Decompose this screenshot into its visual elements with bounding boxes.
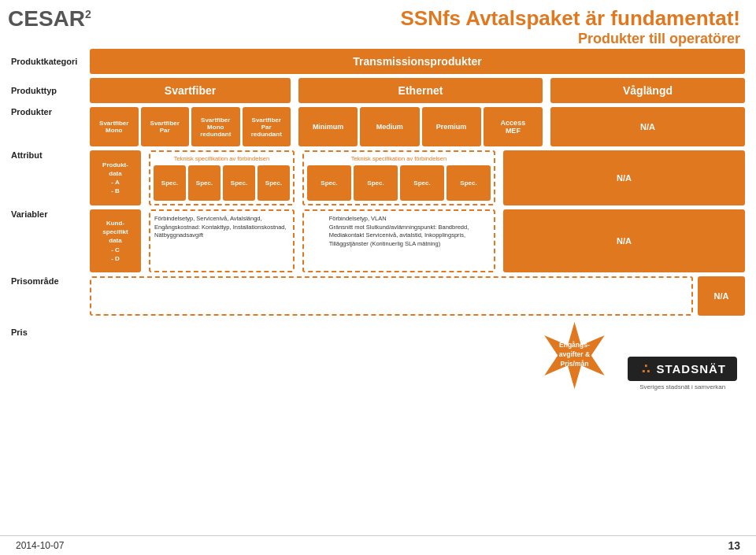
ethernet-variabler-dashed: Förbindelsetyp, VLAN Gränsnitt mot Slutk… <box>302 209 495 272</box>
svartfiber-spec-row: Spec. Spec. Spec. Spec. <box>154 165 290 201</box>
ethernet-block: Ethernet <box>298 78 543 103</box>
svartfiber-attr-label: Teknisk specifikation av förbindelsen <box>154 155 290 162</box>
stadsnat-logo: ⛬ STADSNÄT <box>628 357 737 381</box>
produktkategori-value: Transmissionsprodukter <box>90 49 745 74</box>
svartfiber-variabler-text: Förbindelsetyp, Servicenivå, Avtalslängd… <box>154 215 289 240</box>
ethernet-attribut-dashed: Teknisk specifikation av förbindelsen Sp… <box>302 150 495 205</box>
variabler-value: Kund- specifikt data - C - D Förbindelse… <box>90 209 745 272</box>
logo-sup: 2 <box>85 8 91 20</box>
attribut-value: Produkt- data - A - B Teknisk specifikat… <box>90 150 745 205</box>
eth-spec4: Spec. <box>447 165 491 201</box>
pris-value: Engångs- avgifter & Pris/mån ⛬ STADSNÄT … <box>90 320 745 390</box>
eth-spec2: Spec. <box>354 165 398 201</box>
eth-minimum: Minimum <box>298 107 358 146</box>
prisomrade-na: N/A <box>698 276 745 316</box>
stadsnat-icon: ⛬ <box>639 361 653 377</box>
vaglangd-block: Våglängd <box>550 78 745 103</box>
stadsnat-container: ⛬ STADSNÄT Sveriges stadsnät i samverkan <box>628 357 737 390</box>
eth-spec3: Spec. <box>400 165 444 201</box>
starburst-container: Engångs- avgifter & Pris/mån <box>539 320 610 390</box>
produktkategori-row: Produktkategori Transmissionsprodukter <box>11 49 745 74</box>
produkter-na: N/A <box>550 107 745 146</box>
header-right: SSNfs Avtalspaket är fundamentat! Produk… <box>400 6 740 47</box>
produkt-data-box: Produkt- data - A - B <box>90 150 141 205</box>
variabler-label: Variabler <box>11 209 90 272</box>
produkter-row: Produkter SvartfiberMono SvartfiberPar S… <box>11 107 745 146</box>
produkttyp-value: Svartfiber Ethernet Våglängd <box>90 78 745 103</box>
spec2: Spec. <box>188 165 220 201</box>
attribut-row: Attribut Produkt- data - A - B Teknisk s… <box>11 150 745 205</box>
eth-spec1: Spec. <box>307 165 351 201</box>
svartfiber-variabler-dashed: Förbindelsetyp, Servicenivå, Avtalslängd… <box>149 209 295 272</box>
svartfiber-mono-red: SvartfiberMonoredundant <box>191 107 240 146</box>
svartfiber-attribut-dashed: Teknisk specifikation av förbindelsen Sp… <box>149 150 295 205</box>
prisomrade-dashed <box>90 276 693 316</box>
logo: CESAR2 <box>8 6 91 31</box>
page-header: CESAR2 SSNfs Avtalspaket är fundamentat!… <box>0 0 756 47</box>
stadsnat-tagline: Sveriges stadsnät i samverkan <box>639 383 725 390</box>
svartfiber-mono: SvartfiberMono <box>90 107 139 146</box>
attribut-na: N/A <box>503 150 745 205</box>
footer-page: 13 <box>728 539 740 552</box>
spec3: Spec. <box>223 165 255 201</box>
prisomrade-row: Prisområde N/A <box>11 276 745 316</box>
sub-title: Produkter till operatörer <box>400 31 740 47</box>
prisomrade-value: N/A <box>90 276 745 316</box>
variabler-na: N/A <box>503 209 745 272</box>
svartfiber-products: SvartfiberMono SvartfiberPar SvartfiberM… <box>90 107 291 146</box>
footer: 2014-10-07 13 <box>0 535 756 555</box>
ethernet-spec-row: Spec. Spec. Spec. Spec. <box>307 165 491 201</box>
eth-access-mef: AccessMEF <box>484 107 543 146</box>
variabler-row: Variabler Kund- specifikt data - C - D F… <box>11 209 745 272</box>
main-content: Produktkategori Transmissionsprodukter P… <box>0 49 756 390</box>
attribut-label: Attribut <box>11 150 90 205</box>
footer-date: 2014-10-07 <box>16 540 64 551</box>
ethernet-products: Minimum Medium Premium AccessMEF <box>298 107 543 146</box>
main-title: SSNfs Avtalspaket är fundamentat! <box>400 6 740 31</box>
produkter-value: SvartfiberMono SvartfiberPar SvartfiberM… <box>90 107 745 146</box>
kund-data-box: Kund- specifikt data - C - D <box>90 209 141 272</box>
produktkategori-label: Produktkategori <box>11 57 90 66</box>
spec1: Spec. <box>154 165 186 201</box>
ethernet-attr-label: Teknisk specifikation av förbindelsen <box>307 155 491 162</box>
ethernet-variabler-text: Förbindelsetyp, VLAN Gränsnitt mot Slutk… <box>329 215 469 248</box>
spec4: Spec. <box>258 165 290 201</box>
stadsnat-text: STADSNÄT <box>656 362 726 376</box>
produkttyp-row: Produkttyp Svartfiber Ethernet Våglängd <box>11 78 745 103</box>
eth-medium: Medium <box>360 107 419 146</box>
pris-label: Pris <box>11 320 90 337</box>
svartfiber-par-red: SvartfiberParredundant <box>243 107 291 146</box>
prisomrade-label: Prisområde <box>11 276 90 316</box>
transmissions-label: Transmissionsprodukter <box>90 49 745 74</box>
produkter-label: Produkter <box>11 107 90 146</box>
eth-premium: Premium <box>422 107 481 146</box>
produkttyp-label: Produkttyp <box>11 86 90 95</box>
svartfiber-par: SvartfiberPar <box>141 107 190 146</box>
svartfiber-block: Svartfiber <box>90 78 291 103</box>
pris-row: Pris Engångs- avgifter & Pris/mån ⛬ STAD… <box>11 320 745 390</box>
starburst-text: Engångs- avgifter & Pris/mån <box>559 341 590 369</box>
